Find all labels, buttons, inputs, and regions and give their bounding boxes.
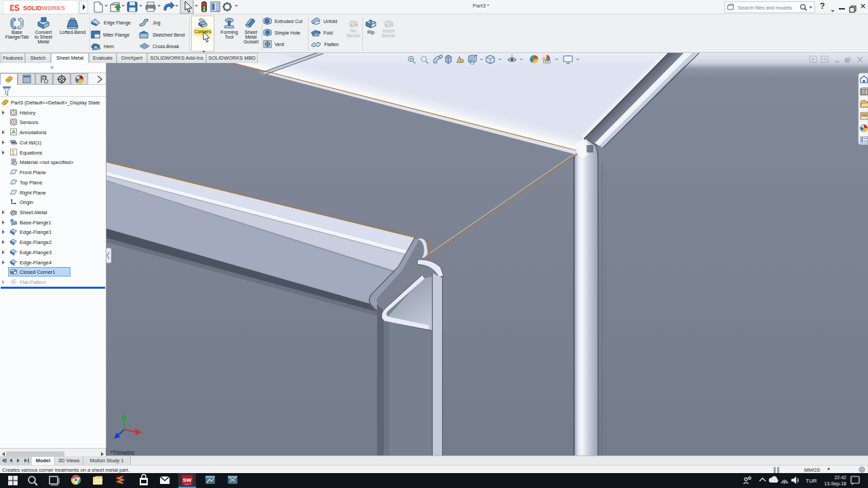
svg-text:2017: 2017 (184, 483, 191, 486)
svg-text:S: S (14, 3, 20, 13)
svg-text:*Trimetric: *Trimetric (111, 449, 136, 455)
svg-text:SOLIDWORKS: SOLIDWORKS (23, 5, 65, 12)
svg-text:Search files and models: Search files and models (738, 5, 792, 11)
svg-text:TUR: TUR (806, 478, 817, 484)
svg-text:3: 3 (9, 3, 14, 13)
